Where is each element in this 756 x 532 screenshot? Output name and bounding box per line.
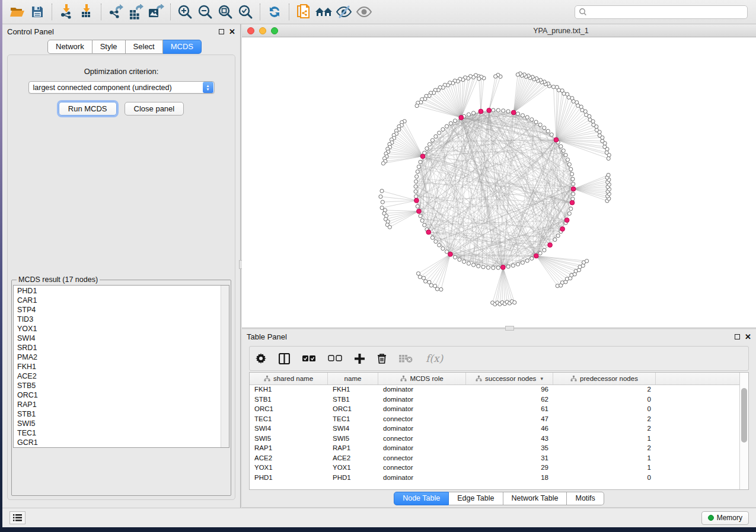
tab-motifs[interactable]: Motifs xyxy=(567,492,604,505)
mcds-result-item[interactable]: STP4 xyxy=(14,305,221,315)
mcds-result-item[interactable]: FKH1 xyxy=(14,362,221,371)
table-cell[interactable]: SWI4 xyxy=(250,424,328,434)
table-row[interactable]: SWI4SWI4dominator462 xyxy=(250,424,739,434)
table-cell[interactable]: ACE2 xyxy=(328,454,378,464)
float-window-icon[interactable] xyxy=(219,29,224,34)
table-scrollbar[interactable] xyxy=(739,373,748,489)
table-cell[interactable]: 0 xyxy=(553,395,656,405)
columns-icon[interactable] xyxy=(279,353,290,364)
table-cell[interactable]: dominator xyxy=(378,395,466,405)
table-body[interactable]: FKH1FKH1dominator962STB1STB1dominator620… xyxy=(250,385,739,489)
houses-icon[interactable] xyxy=(314,2,334,21)
table-cell[interactable]: 2 xyxy=(553,415,656,425)
table-cell[interactable]: PHD1 xyxy=(328,473,378,483)
optimization-criterion-select[interactable]: largest connected component (undirected)… xyxy=(28,81,215,94)
table-cell[interactable]: SWI5 xyxy=(328,434,378,444)
table-cell[interactable]: SWI5 xyxy=(250,434,328,444)
table-cell[interactable]: TEC1 xyxy=(250,415,328,425)
table-cell[interactable]: 47 xyxy=(466,415,553,425)
mcds-result-item[interactable]: STB1 xyxy=(14,409,221,419)
table-cell[interactable]: dominator xyxy=(378,444,466,454)
table-row[interactable]: YOX1YOX1connector291 xyxy=(250,463,739,473)
minimize-traffic-light[interactable] xyxy=(259,27,266,34)
memory-button[interactable]: Memory xyxy=(701,511,749,525)
zoom-fit-icon[interactable] xyxy=(215,2,235,21)
table-cell[interactable]: 61 xyxy=(466,405,553,415)
table-cell[interactable]: ACE2 xyxy=(250,454,328,464)
table-cell[interactable]: 43 xyxy=(466,434,553,444)
mcds-result-list[interactable]: PHD1CAR1STP4TID3YOX1SWI4SRD1PMA2FKH1ACE2… xyxy=(14,286,221,447)
column-header-predecessor-nodes[interactable]: predecessor nodes xyxy=(553,373,656,384)
table-cell[interactable]: 29 xyxy=(466,463,553,473)
table-cell[interactable]: STB1 xyxy=(328,395,378,405)
column-header-successor-nodes[interactable]: successor nodes ▾ xyxy=(466,373,553,384)
mcds-result-item[interactable]: TID3 xyxy=(14,315,221,324)
table-row[interactable]: PHD1PHD1dominator180 xyxy=(250,473,739,483)
table-cell[interactable]: connector xyxy=(378,463,466,473)
import-table-icon[interactable] xyxy=(76,2,97,21)
function-builder-icon[interactable]: f(x) xyxy=(426,352,443,364)
tab-select[interactable]: Select xyxy=(126,40,163,54)
table-cell[interactable]: connector xyxy=(378,454,466,464)
mcds-result-item[interactable]: CAR1 xyxy=(14,296,221,305)
mcds-result-item[interactable]: TEC1 xyxy=(14,428,221,438)
export-table-icon[interactable] xyxy=(126,2,146,21)
settings-gear-icon[interactable] xyxy=(256,353,266,364)
mcds-result-item[interactable]: GCR1 xyxy=(14,438,221,447)
eye-slash-icon[interactable] xyxy=(334,2,354,21)
table-cell[interactable]: 0 xyxy=(553,405,656,415)
close-icon[interactable]: ✕ xyxy=(229,29,235,34)
column-header-shared-name[interactable]: shared name xyxy=(250,373,328,384)
network-canvas[interactable] xyxy=(242,37,756,328)
horizontal-splitter[interactable] xyxy=(242,328,756,329)
table-cell[interactable]: RAP1 xyxy=(328,444,378,454)
mcds-result-item[interactable]: SRD1 xyxy=(14,343,221,352)
mcds-result-item[interactable]: ACE2 xyxy=(14,371,221,381)
share-document-icon[interactable] xyxy=(294,2,314,21)
task-history-button[interactable] xyxy=(9,511,25,524)
column-header-name[interactable]: name xyxy=(328,373,378,384)
table-row[interactable]: ORC1ORC1dominator610 xyxy=(250,405,739,415)
table-cell[interactable]: 18 xyxy=(466,473,553,483)
table-cell[interactable]: 62 xyxy=(466,395,553,405)
maximize-traffic-light[interactable] xyxy=(271,27,278,34)
table-cell[interactable]: 1 xyxy=(553,434,656,444)
run-mcds-button[interactable]: Run MCDS xyxy=(59,102,117,116)
mcds-result-item[interactable]: RAP1 xyxy=(14,400,221,409)
table-cell[interactable]: RAP1 xyxy=(250,444,328,454)
mcds-result-item[interactable]: PMA2 xyxy=(14,352,221,362)
close-panel-button[interactable]: Close panel xyxy=(125,102,184,116)
tab-mcds[interactable]: MCDS xyxy=(163,40,202,54)
eye-icon[interactable] xyxy=(354,2,374,21)
add-column-icon[interactable] xyxy=(355,354,365,364)
table-cell[interactable]: 2 xyxy=(553,424,656,434)
table-cell[interactable]: ORC1 xyxy=(328,405,378,415)
table-cell[interactable]: 1 xyxy=(553,463,656,473)
table-cell[interactable]: dominator xyxy=(378,385,466,395)
table-row[interactable]: TEC1TEC1connector472 xyxy=(250,415,739,425)
table-cell[interactable]: connector xyxy=(378,415,466,425)
open-icon[interactable] xyxy=(7,2,27,21)
tab-network[interactable]: Network xyxy=(47,40,92,54)
close-traffic-light[interactable] xyxy=(247,27,254,34)
mcds-result-item[interactable]: STB5 xyxy=(14,381,221,390)
tab-style[interactable]: Style xyxy=(92,40,126,54)
table-cell[interactable]: 35 xyxy=(466,444,553,454)
table-cell[interactable]: 2 xyxy=(553,385,656,395)
table-cell[interactable]: 1 xyxy=(553,454,656,464)
table-cell[interactable]: YOX1 xyxy=(250,463,328,473)
table-cell[interactable]: SWI4 xyxy=(328,424,378,434)
search-input[interactable] xyxy=(575,5,748,19)
column-header-mcds-role[interactable]: MCDS role xyxy=(378,373,466,384)
table-cell[interactable]: FKH1 xyxy=(328,385,378,395)
table-cell[interactable]: dominator xyxy=(378,405,466,415)
network-graph[interactable] xyxy=(242,37,756,328)
export-network-icon[interactable] xyxy=(106,2,126,21)
tab-node-table[interactable]: Node Table xyxy=(394,492,449,505)
mcds-result-item[interactable]: SWI5 xyxy=(14,419,221,428)
search-field[interactable] xyxy=(587,8,744,16)
zoom-in-icon[interactable] xyxy=(175,2,195,21)
table-cell[interactable]: 0 xyxy=(553,473,656,483)
scrollbar-thumb[interactable] xyxy=(741,388,747,443)
table-cell[interactable]: STB1 xyxy=(250,395,328,405)
